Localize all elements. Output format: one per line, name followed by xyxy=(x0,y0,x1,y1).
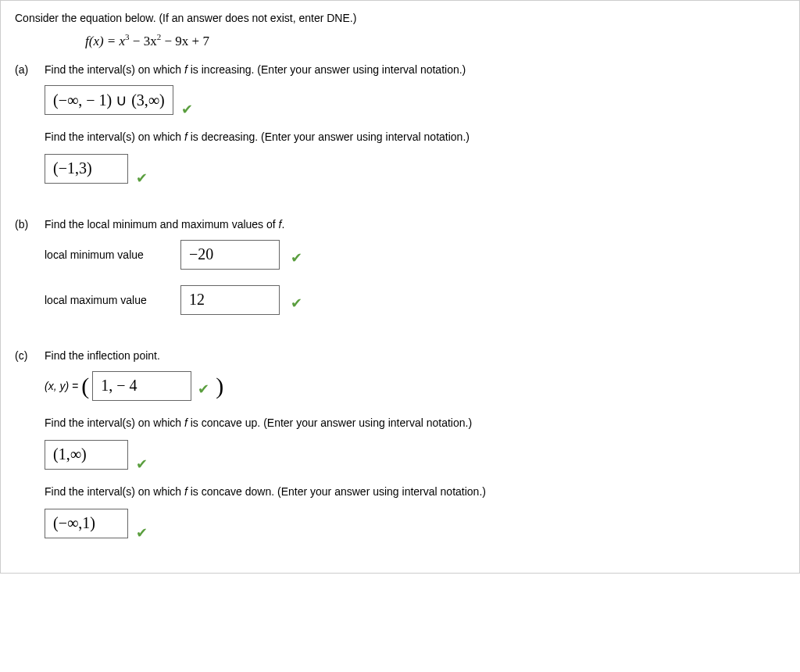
intro-text: Consider the equation below. (If an answ… xyxy=(15,12,785,24)
part-c-q: Find the inflection point. xyxy=(45,349,785,362)
check-icon: ✔ xyxy=(198,381,209,398)
part-a-q1: Find the interval(s) on which f is incre… xyxy=(45,63,785,76)
problem-container: Consider the equation below. (If an answ… xyxy=(0,0,800,574)
check-icon: ✔ xyxy=(136,524,148,542)
part-a-ans2-input[interactable]: (−1,3) xyxy=(45,154,128,184)
part-a-label: (a) xyxy=(15,63,34,76)
part-a: (a) Find the interval(s) on which f is i… xyxy=(15,63,785,199)
part-c-q2: Find the interval(s) on which f is conca… xyxy=(45,416,785,429)
close-paren: ) xyxy=(216,374,223,398)
part-a-q2: Find the interval(s) on which f is decre… xyxy=(45,130,785,143)
local-min-input[interactable]: −20 xyxy=(180,240,280,270)
part-b: (b) Find the local minimum and maximum v… xyxy=(15,218,785,331)
xy-label: (x, y) = xyxy=(45,380,78,392)
check-icon: ✔ xyxy=(136,170,148,187)
check-icon: ✔ xyxy=(291,295,302,312)
part-c-ans3-input[interactable]: (−∞,1) xyxy=(45,509,128,538)
inflection-input[interactable]: 1, − 4 xyxy=(92,371,191,401)
part-b-label: (b) xyxy=(15,218,34,231)
part-c-ans2-input[interactable]: (1,∞) xyxy=(45,440,128,470)
check-icon: ✔ xyxy=(181,101,193,118)
check-icon: ✔ xyxy=(291,249,302,266)
part-c-label: (c) xyxy=(15,349,34,362)
local-max-input[interactable]: 12 xyxy=(180,285,280,315)
equation: f(x) = x3 − 3x2 − 9x + 7 xyxy=(85,32,785,49)
check-icon: ✔ xyxy=(136,456,148,473)
local-min-label: local minimum value xyxy=(45,248,170,261)
part-c-q3: Find the interval(s) on which f is conca… xyxy=(45,485,785,498)
local-max-label: local maximum value xyxy=(45,294,170,306)
part-a-ans1-input[interactable]: (−∞, − 1) ∪ (3,∞) xyxy=(45,85,173,115)
part-b-q: Find the local minimum and maximum value… xyxy=(45,218,785,231)
part-c: (c) Find the inflection point. (x, y) = … xyxy=(15,349,785,538)
open-paren: ( xyxy=(81,374,89,398)
